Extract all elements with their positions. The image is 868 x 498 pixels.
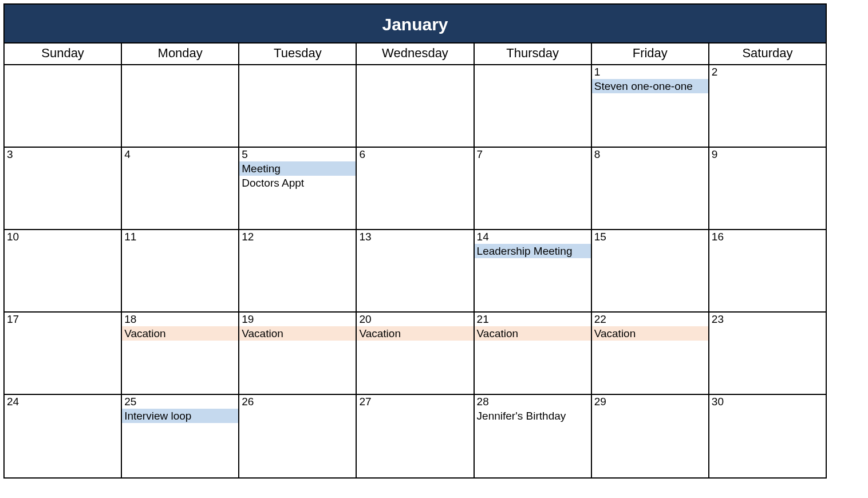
day-number: 2 <box>709 65 826 79</box>
week-row: 1Steven one-one-one2 <box>5 65 826 148</box>
calendar: January Sunday Monday Tuesday Wednesday … <box>3 3 827 479</box>
day-number: 3 <box>5 148 121 161</box>
dow-friday: Friday <box>592 44 709 64</box>
dow-sunday: Sunday <box>5 44 122 64</box>
dow-tuesday: Tuesday <box>239 44 357 64</box>
day-cell[interactable] <box>239 65 357 147</box>
week-row: 345MeetingDoctors Appt6789 <box>5 148 826 230</box>
day-number: 15 <box>592 230 708 244</box>
day-cell[interactable]: 13 <box>357 230 474 311</box>
day-cell[interactable]: 19Vacation <box>239 313 357 394</box>
day-cell[interactable]: 22Vacation <box>592 313 709 394</box>
day-number: 20 <box>357 313 473 326</box>
calendar-event[interactable]: Vacation <box>475 326 591 341</box>
day-number <box>239 65 356 66</box>
day-number: 29 <box>592 395 708 409</box>
day-cell[interactable]: 28Jennifer's Birthday <box>475 395 592 477</box>
day-cell[interactable]: 11 <box>122 230 239 311</box>
calendar-event[interactable]: Vacation <box>239 326 356 341</box>
day-number: 30 <box>709 395 826 409</box>
day-number: 4 <box>122 148 238 161</box>
day-number: 26 <box>239 395 356 409</box>
dow-saturday: Saturday <box>709 44 826 64</box>
day-number: 19 <box>239 313 356 326</box>
week-row: 1011121314Leadership Meeting1516 <box>5 230 826 313</box>
day-number: 9 <box>709 148 826 161</box>
day-cell[interactable]: 17 <box>5 313 122 394</box>
calendar-event[interactable]: Vacation <box>122 326 238 341</box>
day-number: 16 <box>709 230 826 244</box>
day-cell[interactable]: 9 <box>709 148 826 229</box>
day-number: 13 <box>357 230 473 244</box>
day-number: 1 <box>592 65 708 79</box>
day-cell[interactable]: 21Vacation <box>475 313 592 394</box>
day-number: 7 <box>475 148 591 161</box>
day-number <box>122 65 238 66</box>
day-cell[interactable]: 7 <box>475 148 592 229</box>
day-number: 23 <box>709 313 826 326</box>
day-cell[interactable]: 20Vacation <box>357 313 474 394</box>
day-number <box>357 65 473 66</box>
days-of-week-header: Sunday Monday Tuesday Wednesday Thursday… <box>5 44 826 65</box>
day-number: 5 <box>239 148 356 161</box>
day-number: 22 <box>592 313 708 326</box>
day-cell[interactable] <box>357 65 474 147</box>
dow-wednesday: Wednesday <box>357 44 474 64</box>
day-number: 25 <box>122 395 238 409</box>
calendar-event[interactable]: Vacation <box>357 326 473 341</box>
day-cell[interactable]: 8 <box>592 148 709 229</box>
calendar-event[interactable]: Leadership Meeting <box>475 244 591 259</box>
day-cell[interactable]: 25Interview loop <box>122 395 239 477</box>
dow-thursday: Thursday <box>475 44 592 64</box>
week-row: 1718Vacation19Vacation20Vacation21Vacati… <box>5 313 826 395</box>
dow-monday: Monday <box>122 44 239 64</box>
day-cell[interactable]: 23 <box>709 313 826 394</box>
day-cell[interactable]: 14Leadership Meeting <box>475 230 592 311</box>
day-cell[interactable]: 10 <box>5 230 122 311</box>
week-row: 2425Interview loop262728Jennifer's Birth… <box>5 395 826 477</box>
day-cell[interactable] <box>122 65 239 147</box>
day-number: 18 <box>122 313 238 326</box>
day-cell[interactable]: 27 <box>357 395 474 477</box>
month-title: January <box>5 5 826 44</box>
calendar-event[interactable]: Meeting <box>239 161 356 176</box>
calendar-event[interactable]: Steven one-one-one <box>592 79 708 94</box>
day-cell[interactable]: 1Steven one-one-one <box>592 65 709 147</box>
day-number: 27 <box>357 395 473 409</box>
day-cell[interactable] <box>475 65 592 147</box>
day-cell[interactable]: 12 <box>239 230 357 311</box>
calendar-event[interactable]: Vacation <box>592 326 708 341</box>
day-cell[interactable]: 29 <box>592 395 709 477</box>
day-cell[interactable]: 6 <box>357 148 474 229</box>
day-number: 10 <box>5 230 121 244</box>
day-number: 6 <box>357 148 473 161</box>
calendar-event[interactable]: Interview loop <box>122 409 238 424</box>
day-number: 21 <box>475 313 591 326</box>
day-number: 28 <box>475 395 591 409</box>
day-number: 17 <box>5 313 121 326</box>
day-cell[interactable]: 24 <box>5 395 122 477</box>
day-number: 14 <box>475 230 591 244</box>
calendar-event[interactable]: Doctors Appt <box>239 176 356 191</box>
day-number: 12 <box>239 230 356 244</box>
day-number <box>475 65 591 66</box>
day-cell[interactable]: 15 <box>592 230 709 311</box>
day-cell[interactable]: 26 <box>239 395 357 477</box>
day-cell[interactable] <box>5 65 122 147</box>
day-cell[interactable]: 5MeetingDoctors Appt <box>239 148 357 229</box>
day-cell[interactable]: 18Vacation <box>122 313 239 394</box>
day-cell[interactable]: 30 <box>709 395 826 477</box>
day-number: 11 <box>122 230 238 244</box>
calendar-event[interactable]: Jennifer's Birthday <box>475 409 591 424</box>
day-cell[interactable]: 4 <box>122 148 239 229</box>
day-cell[interactable]: 2 <box>709 65 826 147</box>
weeks-container: 1Steven one-one-one2345MeetingDoctors Ap… <box>5 65 826 477</box>
day-number: 8 <box>592 148 708 161</box>
day-cell[interactable]: 16 <box>709 230 826 311</box>
day-cell[interactable]: 3 <box>5 148 122 229</box>
day-number: 24 <box>5 395 121 409</box>
day-number <box>5 65 121 66</box>
